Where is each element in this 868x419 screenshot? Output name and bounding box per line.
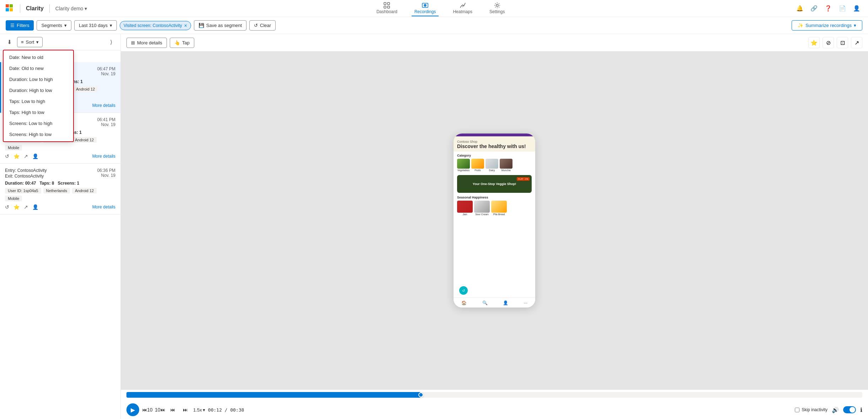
seasonal-thumb-jam bbox=[457, 201, 473, 213]
phone-bottom-nav: 🏠 🔍 👤 ··· bbox=[454, 298, 535, 308]
replay-icon-3[interactable]: ↺ bbox=[5, 204, 9, 210]
account-icon[interactable]: 👤 bbox=[851, 3, 862, 14]
tap-button[interactable]: 👆 Tap bbox=[170, 38, 194, 48]
chip-close-icon[interactable]: × bbox=[184, 23, 187, 28]
visited-screen-label: Visited screen: ContosoActivity bbox=[124, 23, 182, 28]
more-details-button[interactable]: ⊞ More details bbox=[126, 38, 167, 48]
card-actions-2: ↺ ⭐ ↗ 👤 More details bbox=[5, 153, 115, 159]
more-details-link-2[interactable]: More details bbox=[92, 154, 115, 159]
svg-rect-5 bbox=[387, 2, 390, 5]
cat-item-munch: Munchie bbox=[500, 159, 512, 172]
timeline-thumb[interactable] bbox=[418, 392, 423, 397]
sort-icon: ≡ bbox=[21, 39, 24, 45]
time-current: 00:12 bbox=[208, 407, 222, 413]
share-icon-3[interactable]: ↗ bbox=[24, 204, 28, 210]
nav-item-settings[interactable]: Settings bbox=[487, 1, 508, 16]
recording-preview: Contoso Shop Discover the healthy with u… bbox=[121, 51, 868, 390]
timeline-bar bbox=[121, 390, 868, 401]
sort-button[interactable]: ≡ Sort ▾ bbox=[17, 37, 43, 47]
time-display: 00:12 / 00:38 bbox=[208, 407, 244, 413]
project-name: Clarity demo bbox=[55, 6, 83, 11]
download-button[interactable]: ⬇ bbox=[4, 37, 14, 47]
crop-icon[interactable]: ⊡ bbox=[837, 37, 848, 48]
segments-button[interactable]: Segments ▾ bbox=[37, 20, 71, 31]
svg-rect-0 bbox=[6, 4, 9, 7]
summarize-button[interactable]: ✨ Summarize recordings ▾ bbox=[792, 20, 862, 31]
user-icon-2[interactable]: 👤 bbox=[32, 153, 38, 159]
seasonal-item-sour-cream: Sour Cream bbox=[474, 201, 490, 216]
more-details-link-3[interactable]: More details bbox=[92, 205, 115, 210]
playback-right: Skip inactivity 🔊 ℹ bbox=[795, 406, 862, 413]
notifications-icon[interactable]: 🔔 bbox=[794, 3, 805, 14]
help-icon[interactable]: ❓ bbox=[823, 3, 834, 14]
play-button[interactable]: ▶ bbox=[126, 403, 139, 416]
next-button[interactable]: ⏭ bbox=[180, 405, 190, 415]
export-icon[interactable]: ↗ bbox=[851, 37, 862, 48]
skip-inactivity-checkbox[interactable] bbox=[795, 408, 799, 412]
nav-item-dashboard[interactable]: Dashboard bbox=[374, 1, 400, 16]
project-dropdown-icon: ▾ bbox=[85, 6, 87, 11]
settings-icon bbox=[494, 2, 500, 9]
recordings-icon bbox=[422, 2, 428, 9]
phone-header-bar bbox=[454, 134, 535, 136]
heatmaps-icon bbox=[460, 2, 466, 9]
favorite-icon[interactable]: ⭐ bbox=[808, 37, 820, 48]
date-range-label: Last 310 days bbox=[79, 23, 108, 28]
replay-icon-2[interactable]: ↺ bbox=[5, 153, 9, 159]
nav-label-dashboard: Dashboard bbox=[376, 9, 397, 14]
sort-option-screens-high[interactable]: Screens: High to low bbox=[4, 129, 73, 140]
collapse-button[interactable]: ⟩ bbox=[106, 37, 116, 47]
sort-option-taps-low[interactable]: Taps: Low to high bbox=[4, 96, 73, 107]
sort-option-date-old[interactable]: Date: Old to new bbox=[4, 63, 73, 74]
cat-item-fruit: Fruits bbox=[471, 159, 484, 172]
seasonal-thumb-sour-cream bbox=[474, 201, 490, 213]
timeline-track[interactable] bbox=[126, 392, 862, 398]
recording-card-3[interactable]: Entry: ContosoActivity Exit: ContosoActi… bbox=[0, 164, 120, 214]
nav-item-heatmaps[interactable]: Heatmaps bbox=[450, 1, 475, 16]
share-icon[interactable]: 🔗 bbox=[808, 3, 820, 14]
seasonal-item-pita: Pita Bread bbox=[491, 201, 507, 216]
sort-option-duration-high[interactable]: Duration: High to low bbox=[4, 85, 73, 96]
seasonal-label: Seasonal Happiness bbox=[457, 196, 532, 199]
sort-option-taps-high[interactable]: Taps: High to low bbox=[4, 107, 73, 118]
docs-icon[interactable]: 📄 bbox=[837, 3, 848, 14]
right-panel: ⊞ More details 👆 Tap ⭐ ⊘ ⊡ ↗ Contoso Sho… bbox=[121, 34, 868, 419]
project-selector[interactable]: Clarity demo ▾ bbox=[55, 6, 87, 11]
toggle-switch[interactable] bbox=[843, 406, 856, 413]
clear-button[interactable]: ↺ Clear bbox=[249, 20, 276, 31]
mask-icon[interactable]: ⊘ bbox=[823, 37, 834, 48]
nav-item-recordings[interactable]: Recordings bbox=[412, 1, 439, 16]
info-icon[interactable]: ℹ bbox=[860, 407, 862, 413]
sort-option-date-new[interactable]: Date: New to old bbox=[4, 52, 73, 63]
nav-right: 🔔 🔗 ❓ 📄 👤 bbox=[794, 3, 862, 14]
card-header-3: Entry: ContosoActivity Exit: ContosoActi… bbox=[5, 168, 115, 179]
cat-item-dairy: Dairy bbox=[485, 159, 498, 172]
volume-icon[interactable]: 🔊 bbox=[832, 407, 839, 413]
forward-10-button[interactable]: 10⏭ bbox=[155, 405, 165, 415]
star-icon-2[interactable]: ⭐ bbox=[13, 153, 20, 159]
summarize-dropdown-icon: ▾ bbox=[854, 23, 856, 28]
sort-option-screens-low[interactable]: Screens: Low to high bbox=[4, 118, 73, 129]
tap-icon: 👆 bbox=[174, 40, 180, 45]
cat-item-veg: Vegetables bbox=[457, 159, 470, 172]
seasonal-label-jam: Jam bbox=[462, 213, 467, 216]
prev-button[interactable]: ⏮ bbox=[168, 405, 178, 415]
segments-label: Segments bbox=[41, 23, 62, 28]
date-range-button[interactable]: Last 310 days ▾ bbox=[74, 20, 117, 31]
more-details-link-1[interactable]: More details bbox=[92, 103, 115, 108]
cat-label-munch: Munchie bbox=[501, 169, 511, 172]
svg-rect-3 bbox=[10, 8, 13, 11]
user-icon-3[interactable]: 👤 bbox=[32, 204, 38, 210]
sort-option-duration-low[interactable]: Duration: Low to high bbox=[4, 74, 73, 85]
filters-button[interactable]: ☰ Filters bbox=[6, 20, 34, 31]
save-segment-button[interactable]: 💾 Save as segment bbox=[194, 20, 246, 31]
svg-rect-6 bbox=[384, 6, 386, 8]
speed-selector[interactable]: 1.5x ▾ bbox=[193, 407, 205, 413]
nav-label-recordings: Recordings bbox=[414, 9, 436, 14]
star-icon-3[interactable]: ⭐ bbox=[13, 204, 20, 210]
share-icon-2[interactable]: ↗ bbox=[24, 153, 28, 159]
rewind-10-button[interactable]: ⏮10 bbox=[142, 405, 152, 415]
device-tag-3: Mobile bbox=[5, 196, 22, 201]
seasonal-label-sour-cream: Sour Cream bbox=[475, 213, 489, 216]
visited-screen-chip[interactable]: Visited screen: ContosoActivity × bbox=[120, 21, 191, 30]
